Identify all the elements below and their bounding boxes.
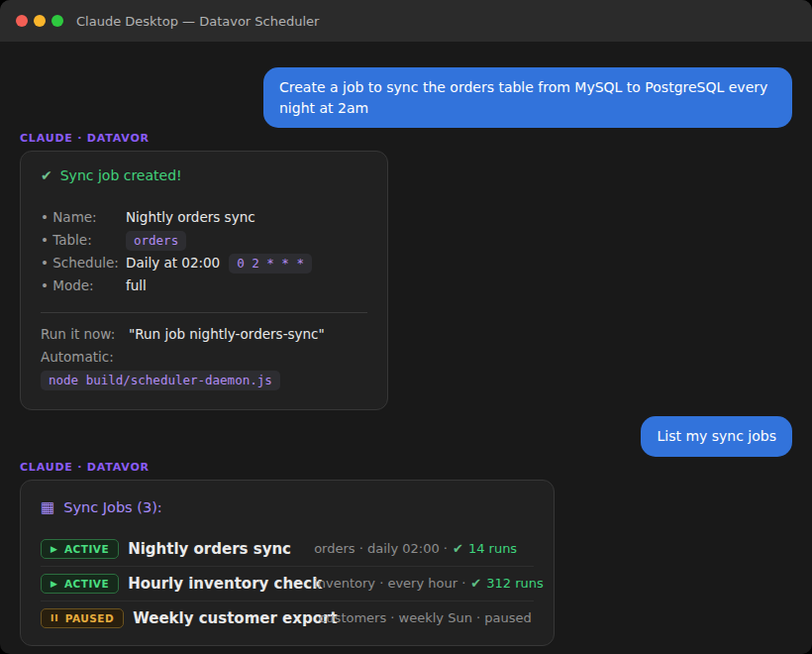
detail-label: • Name: (41, 206, 126, 229)
detail-value: Nightly orders sync (126, 209, 255, 225)
window-controls (16, 15, 63, 27)
footer-label: Run it now: (41, 323, 129, 346)
check-icon: ✔ (470, 576, 481, 591)
sync-jobs-list-card: ▦Sync Jobs (3): ▶ACTIVE Nightly orders s… (20, 480, 555, 646)
job-name: Hourly inventory check (128, 575, 314, 593)
job-meta-text: orders · daily 02:00 · (314, 541, 448, 556)
status-badge: IIPAUSED (41, 608, 124, 628)
maximize-window-button[interactable] (51, 15, 63, 27)
run-count: 312 runs (486, 576, 544, 591)
run-count: 14 runs (468, 541, 517, 556)
automatic-row: Automatic:node build/scheduler-daemon.js (41, 346, 367, 391)
job-detail-row-schedule: • Schedule:Daily at 02:000 2 * * * (41, 252, 367, 274)
divider (41, 312, 367, 313)
job-meta-text: customers · weekly Sun · paused (319, 610, 532, 625)
cron-chip: 0 2 * * * (229, 254, 312, 273)
footer-label: Automatic: (41, 346, 129, 369)
sync-job-created-card: ✔Sync job created! • Name:Nightly orders… (20, 151, 388, 410)
detail-label: • Table: (41, 229, 126, 252)
status-text: Sync job created! (60, 167, 182, 183)
job-detail-row-mode: • Mode:full (41, 274, 367, 297)
minimize-window-button[interactable] (34, 15, 46, 27)
play-icon: ▶ (51, 579, 58, 589)
pause-icon: II (51, 613, 59, 623)
job-name: Nightly orders sync (128, 540, 314, 558)
check-icon: ✔ (453, 541, 463, 556)
job-row: ▶ACTIVE Hourly inventory check inventory… (41, 566, 534, 600)
job-meta-text: inventory · every hour · (314, 576, 465, 591)
job-name: Weekly customer export (133, 609, 319, 627)
detail-value: full (126, 277, 147, 293)
job-meta: customers · weekly Sun · paused (319, 610, 532, 625)
badge-label: ACTIVE (64, 543, 109, 555)
run-command-text: "Run job nightly-orders-sync" (129, 326, 325, 342)
badge-label: ACTIVE (64, 578, 109, 590)
jobs-header-text: Sync Jobs (3): (63, 499, 162, 515)
chat-transcript: Create a job to sync the orders table fr… (0, 42, 812, 646)
daemon-command-chip: node build/scheduler-daemon.js (41, 371, 280, 390)
job-detail-row-name: • Name:Nightly orders sync (41, 206, 367, 229)
detail-label: • Mode: (41, 274, 126, 297)
assistant-sender-label: CLAUDE · DATAVOR (20, 461, 792, 474)
app-window: Claude Desktop — Datavor Scheduler Creat… (0, 0, 812, 654)
close-window-button[interactable] (16, 15, 28, 27)
window-title: Claude Desktop — Datavor Scheduler (76, 14, 319, 29)
job-row: IIPAUSED Weekly customer export customer… (41, 600, 534, 635)
jobs-header: ▦Sync Jobs (3): (41, 498, 534, 516)
run-now-row: Run it now:"Run job nightly-orders-sync" (41, 323, 367, 346)
assistant-sender-label: CLAUDE · DATAVOR (20, 132, 792, 145)
status-line: ✔Sync job created! (41, 167, 367, 183)
status-badge: ▶ACTIVE (41, 574, 119, 594)
user-message-bubble: List my sync jobs (641, 416, 792, 457)
titlebar: Claude Desktop — Datavor Scheduler (0, 0, 812, 42)
status-badge: ▶ACTIVE (41, 539, 119, 559)
detail-label: • Schedule: (41, 252, 126, 274)
job-meta: inventory · every hour ·✔312 runs (314, 576, 544, 591)
job-detail-row-table: • Table:orders (41, 229, 367, 252)
user-message-bubble: Create a job to sync the orders table fr… (263, 67, 792, 128)
job-meta: orders · daily 02:00 ·✔14 runs (314, 541, 517, 556)
badge-label: PAUSED (65, 612, 115, 624)
check-icon: ✔ (41, 167, 52, 183)
list-icon: ▦ (41, 498, 54, 516)
job-row: ▶ACTIVE Nightly orders sync orders · dai… (41, 532, 534, 566)
detail-value: Daily at 02:00 (126, 255, 220, 271)
table-chip: orders (126, 231, 186, 251)
play-icon: ▶ (51, 544, 58, 554)
